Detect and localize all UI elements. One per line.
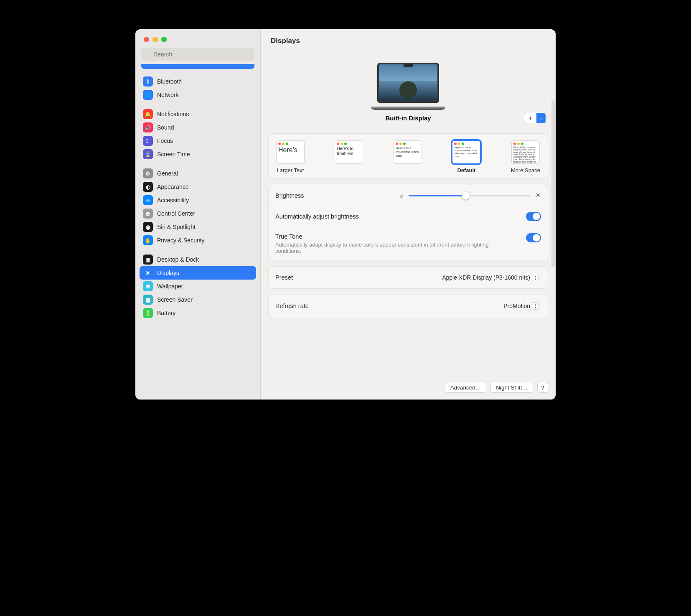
resolution-option-scale3[interactable]: Here's to t troublema ones who [394, 140, 422, 173]
sidebar-item-label: Bluetooth [157, 78, 182, 85]
resolution-thumb: Here's [276, 140, 305, 164]
screensaver-icon: ▦ [143, 295, 153, 305]
sidebar-item-label: Accessibility [157, 197, 189, 204]
preset-value: Apple XDR Display (P3-1600 nits) [442, 274, 530, 281]
sidebar-item-label: Notifications [157, 111, 189, 117]
resolution-option-label [348, 167, 350, 173]
battery-icon: 🔋 [143, 308, 153, 318]
resolution-option-label: Default [457, 167, 475, 173]
stepper-icon: ▴▾ [533, 302, 539, 310]
sidebar-item-appearance[interactable]: ◐Appearance [140, 180, 256, 193]
preset-select[interactable]: Apple XDR Display (P3-1600 nits) ▴▾ [438, 272, 541, 283]
page-title: Displays [271, 37, 546, 45]
sidebar-item-screentime[interactable]: ⌛Screen Time [140, 148, 256, 161]
siri-icon: ◉ [143, 222, 153, 232]
brightness-slider[interactable] [409, 191, 531, 200]
resolution-option-scale2[interactable]: Here's to troublem [335, 140, 363, 173]
system-settings-window: 🔍 ᛒBluetooth🌐Network🔔Notifications🔊Sound… [135, 29, 556, 400]
resolution-option-label: More Space [511, 167, 540, 173]
sidebar-item-label: Wallpaper [157, 283, 183, 290]
display-preview: Built-in Display ＋ ⌄ [261, 48, 556, 129]
true-tone-row: True Tone Automatically adapt display to… [269, 227, 548, 260]
resolution-option-more[interactable]: Here's to the crazy one troublemakers. T… [511, 140, 540, 173]
laptop-icon [371, 63, 445, 109]
advanced-button[interactable]: Advanced… [445, 382, 487, 393]
sidebar-item-desktop[interactable]: ▣Desktop & Dock [140, 253, 256, 266]
true-tone-description: Automatically adapt display to make colo… [275, 242, 493, 254]
sidebar-item-network[interactable]: 🌐Network [140, 88, 256, 102]
sidebar-item-label: Desktop & Dock [157, 256, 199, 263]
auto-brightness-label: Automatically adjust brightness [275, 213, 359, 220]
auto-brightness-toggle[interactable] [526, 212, 541, 221]
sidebar-item-label: Siri & Spotlight [157, 224, 196, 230]
sidebar-item-displays[interactable]: ☀Displays [140, 266, 256, 280]
sidebar-item-label: Control Center [157, 210, 195, 217]
sidebar-item-siri[interactable]: ◉Siri & Spotlight [140, 220, 256, 234]
content-pane: Displays Built-in Display ＋ ⌄ Here'sLarg… [261, 29, 556, 400]
auto-brightness-row: Automatically adjust brightness [269, 206, 548, 227]
sidebar-item-accessibility[interactable]: ☺Accessibility [140, 193, 256, 207]
content-scrollbar[interactable] [551, 100, 555, 267]
resolution-option-default[interactable]: Here's to the cr troublemakers. ones who… [452, 140, 480, 173]
brightness-low-icon: ☼ [399, 192, 404, 199]
sidebar: 🔍 ᛒBluetooth🌐Network🔔Notifications🔊Sound… [135, 29, 261, 400]
sidebar-item-battery[interactable]: 🔋Battery [140, 306, 256, 320]
sidebar-item-privacy[interactable]: ✋Privacy & Security [140, 234, 256, 247]
sidebar-item-label: General [157, 170, 178, 177]
resolution-option-larger[interactable]: Here'sLarger Text [276, 140, 305, 173]
resolution-option-label [407, 167, 409, 173]
brightness-label: Brightness [275, 192, 304, 199]
wallpaper-icon: ❀ [143, 281, 153, 291]
sidebar-item-focus[interactable]: ☾Focus [140, 134, 256, 148]
resolution-option-label: Larger Text [277, 167, 304, 173]
resolution-panel: Here'sLarger TextHere's to troublem Here… [268, 133, 548, 179]
resolution-thumb: Here's to the cr troublemakers. ones who… [452, 140, 480, 164]
footer-bar: Advanced… Night Shift… ? [261, 376, 556, 400]
stepper-icon: ▴▾ [533, 274, 539, 281]
refresh-panel: Refresh rate ProMotion ▴▾ [268, 295, 548, 317]
sidebar-item-screensaver[interactable]: ▦Screen Saver [140, 293, 256, 306]
sidebar-item-label: Network [157, 92, 178, 98]
search-input[interactable] [141, 48, 254, 61]
bell-icon: 🔔 [143, 109, 153, 119]
sidebar-list[interactable]: ᛒBluetooth🌐Network🔔Notifications🔊Sound☾F… [135, 64, 260, 400]
brightness-icon: ☀ [143, 268, 153, 278]
sidebar-item-notifications[interactable]: 🔔Notifications [140, 107, 256, 121]
resolution-thumb: Here's to the crazy one troublemakers. T… [511, 140, 540, 164]
moon-icon: ☾ [143, 136, 153, 146]
sidebar-item-bluetooth[interactable]: ᛒBluetooth [140, 75, 256, 88]
switches-icon: ⎚ [143, 209, 153, 219]
preset-panel: Preset Apple XDR Display (P3-1600 nits) … [268, 266, 548, 289]
minimize-window-button[interactable] [152, 37, 158, 42]
refresh-select[interactable]: ProMotion ▴▾ [499, 301, 541, 311]
add-display-button[interactable]: ＋ [524, 113, 536, 123]
display-name: Built-in Display [385, 115, 431, 122]
close-window-button[interactable] [144, 37, 149, 42]
refresh-label: Refresh rate [275, 303, 309, 309]
true-tone-label: True Tone [275, 233, 526, 240]
brightness-row: Brightness ☼ ☀ [269, 185, 548, 206]
globe-icon: 🌐 [143, 90, 153, 100]
display-settings-panel: Brightness ☼ ☀ Automatically adjust brig… [268, 185, 548, 260]
preset-label: Preset [275, 274, 293, 281]
add-display-menu-button[interactable]: ⌄ [536, 113, 546, 123]
refresh-row: Refresh rate ProMotion ▴▾ [269, 295, 548, 317]
hourglass-icon: ⌛ [143, 149, 153, 159]
sidebar-item-wallpaper[interactable]: ❀Wallpaper [140, 280, 256, 293]
night-shift-button[interactable]: Night Shift… [490, 382, 533, 393]
true-tone-toggle[interactable] [526, 233, 541, 242]
preset-row: Preset Apple XDR Display (P3-1600 nits) … [269, 267, 548, 288]
sidebar-item-general[interactable]: ⚙General [140, 167, 256, 180]
gear-icon: ⚙ [143, 168, 153, 178]
resolution-thumb: Here's to t troublema ones who [394, 140, 422, 164]
help-button[interactable]: ? [537, 382, 548, 393]
window-controls [135, 29, 260, 46]
zoom-window-button[interactable] [161, 37, 167, 42]
sidebar-item-label: Sound [157, 124, 174, 131]
sidebar-item-clipped[interactable] [141, 64, 254, 69]
brightness-high-icon: ☀ [535, 191, 541, 200]
content-header: Displays [261, 29, 556, 48]
sidebar-item-controlcenter[interactable]: ⎚Control Center [140, 207, 256, 220]
sidebar-item-label: Battery [157, 310, 175, 316]
sidebar-item-sound[interactable]: 🔊Sound [140, 121, 256, 134]
